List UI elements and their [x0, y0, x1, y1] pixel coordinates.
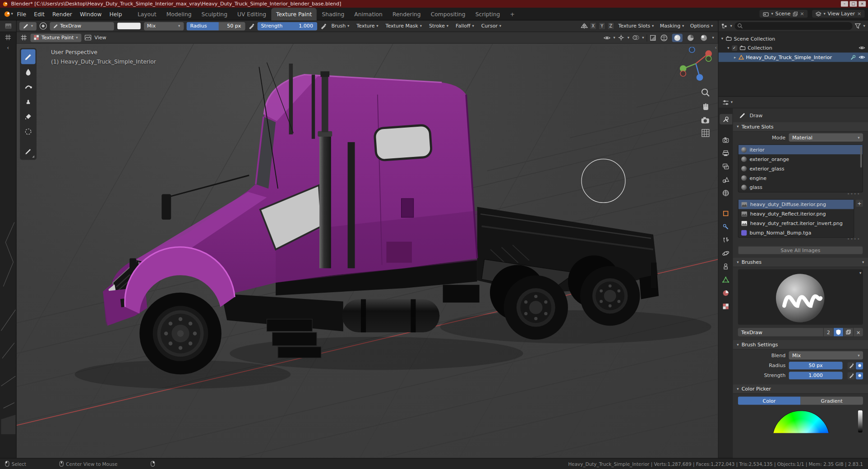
- preview-expand-icon[interactable]: ▾: [859, 271, 861, 276]
- brush-color-swatch[interactable]: [116, 22, 141, 30]
- radius-slider[interactable]: Radius 50 px: [186, 22, 245, 30]
- viewport-3d[interactable]: User Perspective (1) Heavy_Duty_Truck_Si…: [17, 44, 718, 458]
- maximize-button[interactable]: □: [850, 1, 857, 6]
- stroke-popover[interactable]: Stroke▾: [427, 23, 451, 29]
- tab-sculpting[interactable]: Sculpting: [197, 8, 232, 20]
- menu-file[interactable]: File: [13, 11, 30, 17]
- unlink-scene-button[interactable]: ×: [800, 11, 804, 17]
- symmetry-y-toggle[interactable]: Y: [598, 22, 605, 30]
- scene-selector[interactable]: ▾ Scene ×: [760, 10, 808, 18]
- resize-grip[interactable]: ∙∙∙∙: [733, 238, 868, 242]
- save-all-images-button[interactable]: Save All Images: [738, 246, 863, 254]
- unlink-brush-button[interactable]: ×: [854, 328, 863, 336]
- gradient-tab[interactable]: Gradient: [800, 396, 863, 405]
- outliner-search-input[interactable]: [734, 22, 853, 30]
- tab-modeling[interactable]: Modeling: [162, 8, 197, 20]
- tab-scene[interactable]: [720, 174, 732, 184]
- color-tab[interactable]: Color: [738, 396, 801, 405]
- list-scrollbar[interactable]: [860, 147, 862, 168]
- radius-slider[interactable]: 50 px: [789, 362, 843, 369]
- active-tool-button[interactable]: ▾: [19, 22, 36, 30]
- chevron-down-icon[interactable]: ▾: [721, 36, 723, 41]
- texture-slot-row[interactable]: heavy_duty_Diffuse.iterior.png: [739, 200, 854, 209]
- material-slot-row[interactable]: engine: [739, 173, 863, 183]
- navigation-gizmo[interactable]: [678, 47, 714, 82]
- brush-preview-icon[interactable]: [39, 22, 47, 30]
- tab-object-data[interactable]: [720, 274, 732, 285]
- mode-dropdown[interactable]: Texture Paint ▾: [30, 33, 81, 41]
- eye-icon[interactable]: [859, 46, 865, 51]
- mode-dropdown[interactable]: Material ▾: [789, 133, 863, 142]
- falloff-popover[interactable]: Falloff▾: [453, 23, 476, 29]
- tab-render[interactable]: [720, 134, 732, 145]
- duplicate-brush-icon[interactable]: [844, 328, 853, 336]
- tab-uv-editing[interactable]: UV Editing: [232, 8, 271, 20]
- side-editor-header[interactable]: [0, 20, 16, 32]
- outliner-row-scene-collection[interactable]: ▾ Scene Collection: [719, 34, 868, 43]
- brush-popover[interactable]: Brush▾: [329, 23, 351, 29]
- texture-slot-row[interactable]: bump_Normal_Bump.tga: [739, 228, 854, 237]
- material-slot-row[interactable]: glass: [739, 183, 863, 192]
- tab-view-layer[interactable]: [720, 161, 732, 171]
- tab-scripting[interactable]: Scripting: [471, 8, 505, 20]
- blender-menu-icon[interactable]: [3, 11, 11, 17]
- tab-texture-paint[interactable]: Texture Paint: [271, 8, 317, 20]
- brush-users-count[interactable]: 2: [824, 328, 833, 336]
- symmetry-z-toggle[interactable]: Z: [607, 22, 614, 30]
- tool-clone-button[interactable]: [21, 94, 36, 109]
- blend-dropdown[interactable]: Mix ▾: [789, 351, 863, 359]
- brush-specials-icon[interactable]: ▾: [862, 260, 864, 264]
- view-layer-selector[interactable]: ▾ View Layer ×: [812, 10, 865, 18]
- radius-unified-icon[interactable]: [856, 362, 863, 369]
- tool-soften-button[interactable]: [21, 64, 36, 79]
- texture-slots-popover[interactable]: Texture Slots▾: [616, 23, 656, 29]
- tab-rendering[interactable]: Rendering: [388, 8, 426, 20]
- collection-checkbox[interactable]: ✓: [732, 45, 737, 51]
- tab-active-tool[interactable]: [720, 114, 732, 124]
- panel-brushes[interactable]: ▾ Brushes ▾: [733, 258, 868, 267]
- tab-physics[interactable]: [720, 248, 732, 258]
- viewport-scene[interactable]: [17, 44, 718, 458]
- texture-mask-popover[interactable]: Texture Mask▾: [383, 23, 424, 29]
- strength-pressure-icon[interactable]: [848, 372, 855, 379]
- menu-window[interactable]: Window: [76, 11, 106, 17]
- collapse-region-arrow[interactable]: ‹: [7, 45, 9, 51]
- strength-slider[interactable]: Strength 1.000: [257, 22, 317, 30]
- tab-constraints[interactable]: [720, 261, 732, 271]
- chevron-down-icon[interactable]: ▾: [727, 46, 729, 50]
- panel-texture-slots[interactable]: ▾ Texture Slots: [733, 122, 868, 132]
- tab-animation[interactable]: Animation: [349, 8, 388, 20]
- menu-render[interactable]: Render: [49, 11, 76, 17]
- tab-output[interactable]: [720, 147, 732, 158]
- modifier-wrench-icon[interactable]: [850, 55, 856, 60]
- truck-fuel-tank[interactable]: [342, 299, 439, 332]
- outliner-row-collection[interactable]: ▾ ✓ Collection: [719, 43, 868, 53]
- brush-name-field[interactable]: TexDraw: [50, 22, 114, 30]
- gizmos-toggle-icon[interactable]: [618, 34, 625, 41]
- resize-grip[interactable]: ∙∙∙∙: [733, 193, 868, 197]
- minimize-button[interactable]: –: [841, 1, 848, 6]
- options-popover[interactable]: Options▾: [688, 23, 715, 29]
- shading-rendered-button[interactable]: [699, 33, 709, 41]
- add-workspace-button[interactable]: +: [505, 8, 519, 20]
- remove-view-layer-button[interactable]: ×: [857, 11, 861, 17]
- pan-hand-icon[interactable]: [701, 102, 710, 111]
- material-slot-row[interactable]: iterior: [739, 145, 863, 154]
- material-slot-row[interactable]: exterior_glass: [739, 164, 863, 173]
- menu-help[interactable]: Help: [106, 11, 126, 17]
- material-slot-row[interactable]: exterior_orange: [739, 154, 863, 164]
- tool-draw-button[interactable]: [21, 49, 36, 64]
- tool-mask-button[interactable]: [21, 124, 36, 139]
- radius-pressure-icon[interactable]: [848, 362, 855, 369]
- radius-pressure-icon[interactable]: [248, 23, 254, 29]
- overlays-toggle-icon[interactable]: [632, 35, 639, 40]
- texture-slot-row[interactable]: heavy_duty_refract.iterior_invert.png: [739, 218, 854, 228]
- eye-icon[interactable]: [859, 55, 865, 60]
- editor-type-icon[interactable]: [20, 34, 27, 41]
- shading-wireframe-button[interactable]: [659, 33, 669, 41]
- truck-battery-box[interactable]: [443, 285, 480, 303]
- view-menu[interactable]: View: [94, 35, 106, 40]
- blend-mode-dropdown[interactable]: Mix ▾: [143, 22, 183, 30]
- panel-color-picker[interactable]: ▾ Color Picker: [733, 384, 868, 394]
- tab-compositing[interactable]: Compositing: [426, 8, 471, 20]
